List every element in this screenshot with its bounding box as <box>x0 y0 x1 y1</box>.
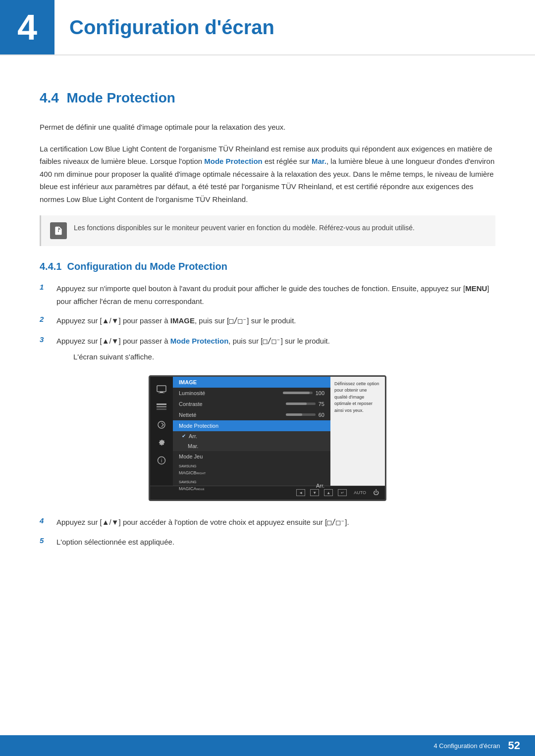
chapter-title-block: Configuration d'écran <box>54 0 289 54</box>
settings-icon <box>156 419 167 430</box>
monitor-menu: IMAGE Luminosité 100 Contraste <box>173 377 330 486</box>
page-footer: 4 Configuration d'écran 52 <box>0 735 535 756</box>
menu-header: IMAGE <box>173 377 330 388</box>
svg-rect-3 <box>157 403 166 405</box>
highlight-mode-protection: Mode Protection <box>204 157 263 165</box>
submenu-mar: Mar. <box>173 441 330 451</box>
nav-btn-left: ◄ <box>296 489 305 496</box>
bar-fill-contraste <box>286 403 307 405</box>
bar-fill-nettete <box>286 413 302 416</box>
nav-icons: ◄ ▼ ▲ ↵ <box>296 489 347 496</box>
nav-btn-up: ▲ <box>324 489 333 496</box>
info-icon <box>54 226 63 236</box>
step-text-5: L'option sélectionnée est appliquée. <box>56 536 174 549</box>
menu-item-mode-protection: Mode Protection <box>173 420 330 431</box>
bar-fill-luminosite <box>283 392 310 394</box>
bar-track-nettete <box>286 413 316 416</box>
step-2: 2 Appuyez sur [▲/▼] pour passer à IMAGE,… <box>40 314 495 328</box>
bar-track-contraste <box>286 403 316 405</box>
subsection-heading: 4.4.1 Configuration du Mode Protection <box>40 261 495 272</box>
step-number-2: 2 <box>40 314 49 323</box>
auto-label: AUTO <box>354 490 366 495</box>
monitor-inner: i IMAGE Luminosité 100 <box>150 377 385 486</box>
menu-item-magic-bright: SAMSUNGMAGICBright <box>173 462 330 478</box>
power-icon: ⏻ <box>373 489 379 496</box>
info-circle-icon: i <box>156 455 167 466</box>
step-1: 1 Appuyez sur n'importe quel bouton à l'… <box>40 282 495 307</box>
highlight-mar: Mar. <box>312 157 326 165</box>
step-number-1: 1 <box>40 282 49 291</box>
paragraph-2: La certification Low Blue Light Content … <box>40 143 495 206</box>
nav-btn-enter: ↵ <box>338 489 347 496</box>
svg-rect-2 <box>159 393 164 393</box>
step-number-5: 5 <box>40 536 49 545</box>
step-number-4: 4 <box>40 516 49 525</box>
menu-item-contraste: Contraste 75 <box>173 399 330 409</box>
note-text: Les fonctions disponibles sur le moniteu… <box>74 222 415 233</box>
chapter-number: 4 <box>0 0 54 54</box>
bar-track-luminosite <box>283 392 313 394</box>
step-text-3: Appuyez sur [▲/▼] pour passer à Mode Pro… <box>56 337 330 345</box>
menu-item-luminosite: Luminosité 100 <box>173 388 330 399</box>
monitor-tooltip: Définissez cette option pour obtenir une… <box>330 377 385 486</box>
paragraph-1: Permet de définir une qualité d'image op… <box>40 121 495 134</box>
step-3: 3 Appuyez sur [▲/▼] pour passer à Mode P… <box>40 335 495 363</box>
note-box: Les fonctions disponibles sur le moniteu… <box>40 215 495 246</box>
steps-list-2: 4 Appuyez sur [▲/▼] pour accéder à l'opt… <box>40 516 495 549</box>
nav-btn-down: ▼ <box>310 489 319 496</box>
svg-rect-1 <box>160 392 163 393</box>
footer-text: 4 Configuration d'écran <box>434 742 500 750</box>
gear-icon <box>156 437 167 448</box>
steps-list: 1 Appuyez sur n'importe quel bouton à l'… <box>40 282 495 363</box>
note-icon <box>50 222 67 239</box>
step-5: 5 L'option sélectionnée est appliquée. <box>40 536 495 549</box>
step-4: 4 Appuyez sur [▲/▼] pour accéder à l'opt… <box>40 516 495 529</box>
step-text-1: Appuyez sur n'importe quel bouton à l'av… <box>56 282 495 307</box>
svg-rect-4 <box>157 406 166 407</box>
chapter-header: 4 Configuration d'écran <box>0 0 535 55</box>
page-number: 52 <box>508 739 520 752</box>
mode-protection-submenu: ✔ Arr. Mar. <box>173 431 330 451</box>
step-number-3: 3 <box>40 335 49 344</box>
chapter-title: Configuration d'écran <box>69 16 274 39</box>
contrast-icon <box>156 402 167 412</box>
step-text-4: Appuyez sur [▲/▼] pour accéder à l'optio… <box>56 516 349 529</box>
section-heading: 4.4 Mode Protection <box>40 90 495 106</box>
submenu-arr: ✔ Arr. <box>173 431 330 441</box>
menu-item-nettete: Netteté 60 <box>173 409 330 420</box>
menu-item-mode-jeu: Mode Jeu <box>173 451 330 462</box>
svg-rect-5 <box>157 408 166 410</box>
step-text-2: Appuyez sur [▲/▼] pour passer à IMAGE, p… <box>56 314 296 328</box>
svg-text:i: i <box>161 458 162 463</box>
monitor-container: i IMAGE Luminosité 100 <box>40 375 495 501</box>
step-3-subtext: L'écran suivant s'affiche. <box>73 351 330 363</box>
monitor-icons: i <box>150 377 173 486</box>
svg-rect-0 <box>157 386 166 392</box>
monitor-screen: i IMAGE Luminosité 100 <box>149 375 386 501</box>
main-content: 4.4 Mode Protection Permet de définir un… <box>0 75 535 595</box>
monitor-display-icon <box>156 384 167 395</box>
